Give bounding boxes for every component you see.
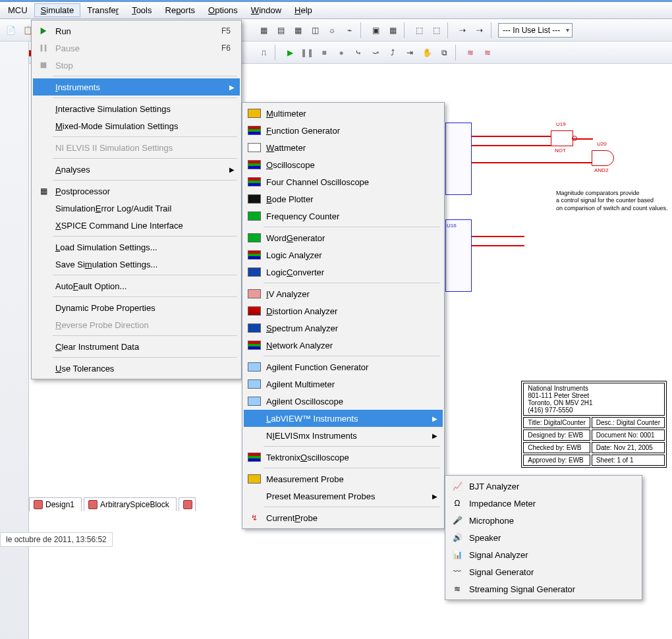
menu-transfer[interactable]: Transfer bbox=[80, 3, 125, 17]
menu-window[interactable]: Window bbox=[244, 3, 288, 17]
menu-load-settings[interactable]: Load Simulation Settings... bbox=[33, 238, 240, 256]
menu-options[interactable]: Options bbox=[202, 3, 244, 17]
instrument-agilent-funcgen[interactable]: Agilent Function Generator bbox=[244, 358, 443, 375]
part-label: U16 bbox=[447, 223, 457, 229]
labview-streaming-generator[interactable]: ≋Streaming Signal Generator bbox=[447, 580, 640, 597]
trace-icon[interactable]: ≋ bbox=[462, 45, 478, 61]
menu-analyses[interactable]: Analyses▶ bbox=[33, 161, 240, 178]
step-icon[interactable]: ⤷ bbox=[350, 45, 366, 61]
instrument-iv-analyzer[interactable]: IV Analyzer bbox=[244, 285, 443, 302]
tab-design1[interactable]: Design1 bbox=[29, 497, 82, 511]
toolbar-icon[interactable]: ▣ bbox=[368, 22, 383, 38]
toolbar-icon[interactable]: ◫ bbox=[307, 22, 323, 38]
menu-tools[interactable]: Tools bbox=[125, 3, 158, 17]
pause-icon[interactable]: ❚❚ bbox=[299, 45, 315, 61]
toolbar-icon[interactable]: ⬚ bbox=[428, 22, 444, 38]
step-icon[interactable]: ⤻ bbox=[368, 45, 383, 61]
instrument-logic-converter[interactable]: Logic Converter bbox=[244, 264, 443, 281]
menu-mixed-mode-settings[interactable]: Mixed-Mode Simulation Settings bbox=[33, 117, 240, 134]
toolbar-icon[interactable]: ▦ bbox=[290, 22, 306, 38]
tool-new-icon[interactable]: 📄 bbox=[3, 22, 18, 38]
trace-icon[interactable]: ≋ bbox=[480, 45, 495, 61]
tab-arbitrary-spice-block[interactable]: ArbitrarySpiceBlock bbox=[84, 497, 177, 511]
menu-clear-instrument-data[interactable]: Clear Instrument Data bbox=[33, 338, 240, 355]
menu-xspice-cli[interactable]: XSPICE Command Line Interface bbox=[33, 217, 240, 234]
instrument-word-generator[interactable]: Word Generator bbox=[244, 229, 443, 246]
instrument-network-analyzer[interactable]: Network Analyzer bbox=[244, 337, 443, 354]
instrument-frequency-counter[interactable]: Frequency Counter bbox=[244, 208, 443, 225]
instrument-four-channel-scope[interactable]: Four Channel Oscilloscope bbox=[244, 173, 443, 190]
agscope-icon bbox=[248, 395, 261, 407]
tool-icon[interactable]: ⧉ bbox=[436, 45, 452, 61]
gate-label: AND2 bbox=[594, 167, 608, 173]
toolbar-icon[interactable]: ⌁ bbox=[341, 22, 357, 38]
instrument-tektronix-scope[interactable]: Tektronix Oscilloscope bbox=[244, 449, 443, 466]
menu-run[interactable]: RunF5 bbox=[33, 22, 240, 40]
instrument-logic-analyzer[interactable]: Logic Analyzer bbox=[244, 246, 443, 264]
menu-simulate[interactable]: Simulate bbox=[34, 3, 81, 17]
menu-dynamic-probe[interactable]: Dynamic Probe Properties bbox=[33, 299, 240, 316]
toolbar-icon[interactable]: ⇢ bbox=[455, 22, 470, 38]
menu-stop[interactable]: Stop bbox=[33, 57, 240, 74]
toolbar-icon[interactable]: ▦ bbox=[385, 22, 401, 38]
labview-microphone[interactable]: 🎤Microphone bbox=[447, 512, 640, 529]
svg-marker-0 bbox=[41, 28, 47, 35]
step-icon[interactable]: ⤴ bbox=[385, 45, 401, 61]
instruments-dropdown: Multimeter Function Generator Wattmeter … bbox=[242, 102, 445, 529]
menu-instruments[interactable]: Instruments▶ bbox=[33, 78, 240, 96]
labview-impedance-meter[interactable]: ΩImpedance Meter bbox=[447, 495, 640, 512]
instrument-nielvismx[interactable]: NI ELVISmx Instruments▶ bbox=[244, 427, 443, 444]
tab-partial[interactable] bbox=[179, 497, 196, 511]
menu-postprocessor[interactable]: ▦ Postprocessor bbox=[33, 182, 240, 200]
instrument-multimeter[interactable]: Multimeter bbox=[244, 105, 443, 122]
menu-interactive-settings[interactable]: Interactive Simulation Settings bbox=[33, 100, 240, 117]
pause-icon bbox=[37, 42, 50, 54]
hand-icon[interactable]: ✋ bbox=[419, 45, 435, 61]
labview-signal-generator[interactable]: 〰Signal Generator bbox=[447, 563, 640, 580]
network-icon bbox=[248, 339, 261, 351]
in-use-list-dropdown[interactable]: --- In Use List --- bbox=[498, 23, 573, 38]
menu-save-settings[interactable]: Save Simulation Settings... bbox=[33, 256, 240, 273]
toolbar-icon[interactable]: ⬚ bbox=[411, 22, 427, 38]
instrument-labview-instruments[interactable]: LabVIEW™ Instruments▶ bbox=[244, 410, 443, 427]
instrument-function-generator[interactable]: Function Generator bbox=[244, 122, 443, 139]
menu-help[interactable]: Help bbox=[288, 3, 319, 17]
instrument-preset-probes[interactable]: Preset Measurement Probes▶ bbox=[244, 487, 443, 505]
menu-use-tolerances[interactable]: Use Tolerances bbox=[33, 360, 240, 377]
instrument-agilent-oscilloscope[interactable]: Agilent Oscilloscope bbox=[244, 393, 443, 410]
schem-note: a control signal for the counter based bbox=[556, 197, 668, 204]
menu-pause[interactable]: PauseF6 bbox=[33, 40, 240, 57]
instrument-current-probe[interactable]: ↯Current Probe bbox=[244, 509, 443, 526]
menu-mcu[interactable]: MCU bbox=[1, 3, 34, 17]
menu-error-log[interactable]: Simulation Error Log/Audit Trail bbox=[33, 200, 240, 217]
run-icon[interactable]: ▶ bbox=[282, 45, 298, 61]
record-icon[interactable]: ● bbox=[333, 45, 349, 61]
measprobe-icon bbox=[248, 473, 261, 485]
instrument-bode-plotter[interactable]: Bode Plotter bbox=[244, 190, 443, 208]
toolbar-icon[interactable]: ⇢ bbox=[472, 22, 488, 38]
menu-reverse-probe[interactable]: Reverse Probe Direction bbox=[33, 316, 240, 333]
instrument-oscilloscope[interactable]: Oscilloscope bbox=[244, 156, 443, 173]
toolbar-icon[interactable]: ☼ bbox=[324, 22, 340, 38]
dist-icon bbox=[248, 305, 261, 317]
menu-reports[interactable]: Reports bbox=[159, 3, 202, 17]
menu-nielvis-settings[interactable]: NI ELVIS II Simulation Settings bbox=[33, 139, 240, 156]
labview-bjt-analyzer[interactable]: 📈BJT Analyzer bbox=[447, 478, 640, 495]
instrument-measurement-probe[interactable]: Measurement Probe bbox=[244, 470, 443, 487]
impedance-icon: Ω bbox=[451, 497, 464, 509]
instrument-spectrum-analyzer[interactable]: Spectrum Analyzer bbox=[244, 320, 443, 337]
instrument-distortion-analyzer[interactable]: Distortion Analyzer bbox=[244, 302, 443, 320]
toolbar-icon[interactable]: ▤ bbox=[273, 22, 289, 38]
wattmeter-icon bbox=[248, 142, 261, 153]
streaming-generator-icon: ≋ bbox=[451, 583, 464, 595]
step-icon[interactable]: ⇥ bbox=[402, 45, 418, 61]
instrument-agilent-multimeter[interactable]: Agilent Multimeter bbox=[244, 375, 443, 393]
menu-auto-fault[interactable]: Auto Fault Option... bbox=[33, 277, 240, 294]
square-wave-icon[interactable]: ⎍ bbox=[256, 45, 271, 61]
instrument-wattmeter[interactable]: Wattmeter bbox=[244, 139, 443, 156]
labview-speaker[interactable]: 🔊Speaker bbox=[447, 529, 640, 546]
schematic-icon bbox=[34, 500, 43, 509]
labview-signal-analyzer[interactable]: 📊Signal Analyzer bbox=[447, 546, 640, 563]
stop-icon[interactable]: ■ bbox=[316, 45, 332, 61]
toolbar-icon[interactable]: ▦ bbox=[256, 22, 271, 38]
